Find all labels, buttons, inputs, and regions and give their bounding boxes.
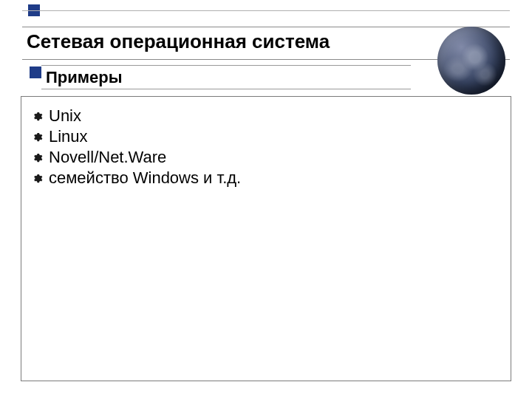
list-item-label: Unix xyxy=(49,106,81,126)
list-item: Linux xyxy=(32,126,500,147)
globe-icon xyxy=(437,27,505,95)
title-box: Сетевая операционная система xyxy=(22,27,510,60)
decor-rule-top xyxy=(22,10,510,11)
slide-subtitle: Примеры xyxy=(46,68,123,87)
slide: Сетевая операционная система Примеры Uni… xyxy=(0,0,532,399)
list-item: Novell/Net.Ware xyxy=(32,147,500,168)
list-item: Unix xyxy=(32,106,500,126)
slide-title: Сетевая операционная система xyxy=(27,30,505,53)
gear-icon xyxy=(32,152,43,163)
decor-square-sub xyxy=(30,66,41,78)
list-item-label: Novell/Net.Ware xyxy=(49,147,166,168)
list-item-label: Linux xyxy=(49,126,88,147)
list-item: семейство Windows и т.д. xyxy=(32,168,500,188)
gear-icon xyxy=(32,132,43,143)
content-box: Unix Linux Novell/Net.Ware семейство Win… xyxy=(21,96,511,381)
decor-rule-sub-top xyxy=(41,65,411,66)
gear-icon xyxy=(32,173,43,184)
list-item-label: семейство Windows и т.д. xyxy=(49,168,241,188)
decor-rule-sub-bottom xyxy=(41,89,411,89)
gear-icon xyxy=(32,111,43,122)
